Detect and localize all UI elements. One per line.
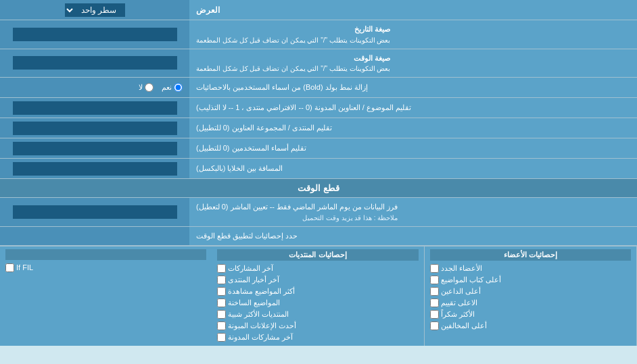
bold-no-radio[interactable] bbox=[145, 83, 154, 92]
col-members-title: إحصائيات الأعضاء bbox=[430, 249, 631, 261]
col-forums-title: إحصائيات المنتديات bbox=[217, 249, 418, 261]
bold-remove-radio-area: نعم لا bbox=[0, 78, 189, 97]
cut-time-title: قطع الوقت bbox=[0, 179, 637, 198]
cells-distance-label: المسافة بين الخلايا (بالبكسل) bbox=[189, 159, 637, 178]
filter-input[interactable]: 0 bbox=[13, 205, 177, 219]
time-format-label: صيغة الوقت بعض التكوينات يتطلب "/" التي … bbox=[189, 49, 637, 78]
forum-address-input-area: 33 bbox=[0, 118, 189, 138]
checkbox-blog-posts[interactable]: آخر مشاركات المدونة bbox=[217, 332, 418, 343]
col-extra: If FIL bbox=[0, 246, 212, 346]
forum-address-input[interactable]: 33 bbox=[13, 122, 177, 135]
checkbox-top-inviters[interactable]: أعلى الداعين bbox=[430, 286, 631, 297]
checkbox-forum-news[interactable]: آخر أخبار المنتدى bbox=[217, 274, 418, 286]
checkbox-hot-topics[interactable]: المواضيع الساخنة bbox=[217, 297, 418, 309]
forum-address-label: تقليم المنتدى / المجموعة العناوين (0 للت… bbox=[189, 118, 637, 138]
apply-limit-label: حدد إحصائيات لتطبيق قطع الوقت bbox=[189, 227, 637, 245]
bold-no-label[interactable]: لا bbox=[139, 83, 154, 92]
subject-address-input[interactable]: 33 bbox=[13, 101, 177, 115]
time-format-input-area: H:i bbox=[0, 49, 189, 78]
filter-label: فرز البيانات من يوم الماشر الماضي فقط --… bbox=[189, 198, 637, 226]
filter-input-area: 0 bbox=[0, 198, 189, 226]
if-fil-item[interactable]: If FIL bbox=[5, 262, 206, 274]
checkbox-most-viewed[interactable]: أكثر المواضيع مشاهدة bbox=[217, 286, 418, 297]
checkbox-latest-announcements[interactable]: أحدث الإعلانات المبونة bbox=[217, 320, 418, 332]
checkbox-top-rated[interactable]: الاعلى تقييم bbox=[430, 297, 631, 309]
cells-distance-input[interactable]: 2 bbox=[13, 162, 177, 176]
cells-distance-input-area: 2 bbox=[0, 159, 189, 178]
col-members: إحصائيات الأعضاء الأعضاء الجدد أعلى كتاب… bbox=[425, 246, 637, 346]
checkbox-most-thankful[interactable]: الأكثر شكراً bbox=[430, 309, 631, 320]
apply-limit-area bbox=[0, 227, 189, 245]
checkbox-last-posts[interactable]: آخر المشاركات bbox=[217, 263, 418, 274]
subject-address-input-area: 33 bbox=[0, 98, 189, 118]
bold-yes-label[interactable]: نعم bbox=[162, 83, 183, 92]
time-format-input[interactable]: H:i bbox=[13, 56, 177, 70]
display-select[interactable]: سطر واحد سطران ثلاثة أسطر bbox=[65, 3, 125, 17]
top-label: العرض bbox=[189, 0, 637, 20]
date-format-input-area: d-m bbox=[0, 20, 189, 49]
date-format-input[interactable]: d-m bbox=[13, 28, 177, 41]
subject-address-label: تقليم الموضوع / العناوين المدونة (0 -- ا… bbox=[189, 98, 637, 118]
checkbox-most-forums[interactable]: المنتديات الأكثر شبية bbox=[217, 309, 418, 320]
date-format-label: صيغة التاريخ بعض التكوينات يتطلب "/" الت… bbox=[189, 20, 637, 49]
bold-yes-radio[interactable] bbox=[174, 83, 183, 92]
checkbox-top-writers[interactable]: أعلى كتاب المواضيع bbox=[430, 274, 631, 286]
usernames-trim-label: تقليم أسماء المستخدمين (0 للتطبيل) bbox=[189, 138, 637, 158]
usernames-trim-input-area: 0 bbox=[0, 138, 189, 158]
col-extra-title bbox=[5, 249, 206, 260]
checkbox-top-violators[interactable]: أعلى المخالفين bbox=[430, 320, 631, 332]
usernames-trim-input[interactable]: 0 bbox=[13, 142, 177, 155]
checkbox-members-new[interactable]: الأعضاء الجدد bbox=[430, 263, 631, 274]
bold-remove-label: إزالة نمط بولد (Bold) من اسماء المستخدمي… bbox=[189, 78, 637, 97]
col-forums: إحصائيات المنتديات آخر المشاركات آخر أخب… bbox=[212, 246, 424, 346]
top-select-area[interactable]: سطر واحد سطران ثلاثة أسطر bbox=[0, 0, 189, 20]
